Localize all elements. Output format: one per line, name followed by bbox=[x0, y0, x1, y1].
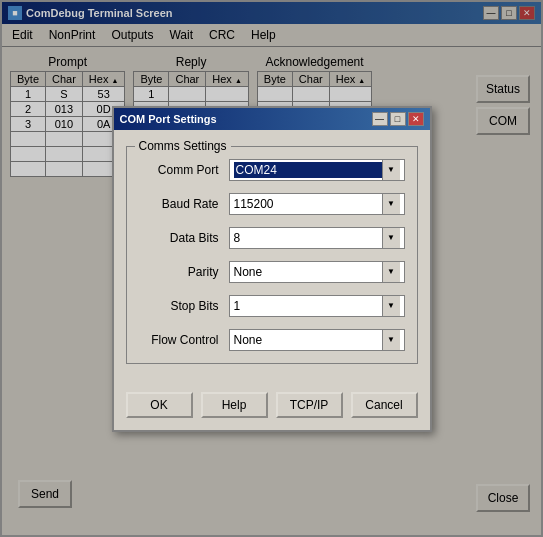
comm-port-row: Comm Port COM24 ▼ bbox=[139, 159, 405, 181]
flow-control-value: None bbox=[234, 333, 382, 347]
comms-settings-label: Comms Settings bbox=[135, 139, 231, 153]
modal-buttons: OK Help TCP/IP Cancel bbox=[114, 388, 430, 430]
parity-row: Parity None ▼ bbox=[139, 261, 405, 283]
data-bits-value: 8 bbox=[234, 231, 382, 245]
com-port-settings-dialog: COM Port Settings — □ ✕ Comms Settings C… bbox=[112, 106, 432, 432]
cancel-button[interactable]: Cancel bbox=[351, 392, 418, 418]
parity-arrow: ▼ bbox=[382, 262, 400, 282]
comm-port-label: Comm Port bbox=[139, 163, 229, 177]
comms-settings-group: Comms Settings Comm Port COM24 ▼ bbox=[126, 146, 418, 364]
flow-control-control: None ▼ bbox=[229, 329, 405, 351]
comm-port-arrow: ▼ bbox=[382, 160, 400, 180]
modal-title-buttons: — □ ✕ bbox=[372, 112, 424, 126]
baud-rate-label: Baud Rate bbox=[139, 197, 229, 211]
stop-bits-row: Stop Bits 1 ▼ bbox=[139, 295, 405, 317]
stop-bits-control: 1 ▼ bbox=[229, 295, 405, 317]
parity-dropdown[interactable]: None ▼ bbox=[229, 261, 405, 283]
baud-rate-row: Baud Rate 115200 ▼ bbox=[139, 193, 405, 215]
baud-rate-value: 115200 bbox=[234, 197, 382, 211]
modal-minimize-button[interactable]: — bbox=[372, 112, 388, 126]
flow-control-label: Flow Control bbox=[139, 333, 229, 347]
tcpip-button[interactable]: TCP/IP bbox=[276, 392, 343, 418]
modal-title: COM Port Settings bbox=[120, 113, 217, 125]
main-window: ■ ComDebug Terminal Screen — □ ✕ Edit No… bbox=[0, 0, 543, 537]
stop-bits-arrow: ▼ bbox=[382, 296, 400, 316]
ok-button[interactable]: OK bbox=[126, 392, 193, 418]
baud-rate-arrow: ▼ bbox=[382, 194, 400, 214]
modal-title-bar: COM Port Settings — □ ✕ bbox=[114, 108, 430, 130]
data-bits-arrow: ▼ bbox=[382, 228, 400, 248]
modal-maximize-button[interactable]: □ bbox=[390, 112, 406, 126]
modal-close-button[interactable]: ✕ bbox=[408, 112, 424, 126]
modal-content: Comms Settings Comm Port COM24 ▼ bbox=[114, 130, 430, 388]
data-bits-control: 8 ▼ bbox=[229, 227, 405, 249]
stop-bits-label: Stop Bits bbox=[139, 299, 229, 313]
parity-value: None bbox=[234, 265, 382, 279]
stop-bits-dropdown[interactable]: 1 ▼ bbox=[229, 295, 405, 317]
parity-label: Parity bbox=[139, 265, 229, 279]
help-button[interactable]: Help bbox=[201, 392, 268, 418]
baud-rate-control: 115200 ▼ bbox=[229, 193, 405, 215]
data-bits-dropdown[interactable]: 8 ▼ bbox=[229, 227, 405, 249]
flow-control-dropdown[interactable]: None ▼ bbox=[229, 329, 405, 351]
data-bits-row: Data Bits 8 ▼ bbox=[139, 227, 405, 249]
modal-overlay: COM Port Settings — □ ✕ Comms Settings C… bbox=[2, 2, 541, 535]
flow-control-row: Flow Control None ▼ bbox=[139, 329, 405, 351]
data-bits-label: Data Bits bbox=[139, 231, 229, 245]
comm-port-dropdown[interactable]: COM24 ▼ bbox=[229, 159, 405, 181]
stop-bits-value: 1 bbox=[234, 299, 382, 313]
flow-control-arrow: ▼ bbox=[382, 330, 400, 350]
comm-port-value: COM24 bbox=[234, 162, 382, 178]
comm-port-control: COM24 ▼ bbox=[229, 159, 405, 181]
parity-control: None ▼ bbox=[229, 261, 405, 283]
baud-rate-dropdown[interactable]: 115200 ▼ bbox=[229, 193, 405, 215]
